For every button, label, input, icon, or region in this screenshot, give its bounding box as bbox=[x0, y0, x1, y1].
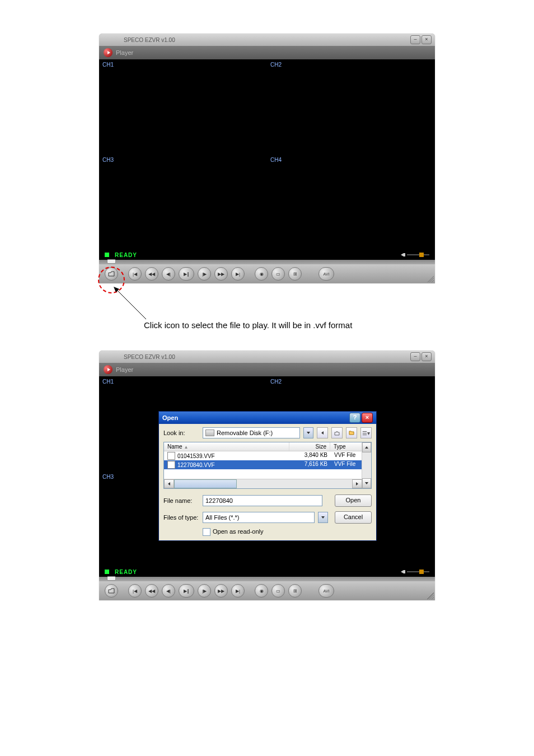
channel-4[interactable]: CH4 bbox=[267, 155, 435, 250]
horizontal-scrollbar[interactable] bbox=[164, 479, 362, 488]
scroll-up-icon[interactable] bbox=[362, 442, 371, 452]
forward-end-button[interactable]: ▶| bbox=[231, 267, 245, 281]
view-menu-icon[interactable]: ☰▾ bbox=[360, 427, 372, 438]
single-view-button[interactable]: ▭ bbox=[271, 267, 285, 281]
scroll-down-icon[interactable] bbox=[362, 478, 371, 488]
file-name-input[interactable]: 12270840 bbox=[203, 495, 322, 506]
file-name-label: File name: bbox=[163, 497, 199, 504]
volume-control[interactable] bbox=[401, 253, 429, 256]
arrow-icon bbox=[113, 286, 157, 325]
look-in-value: Removable Disk (F:) bbox=[217, 430, 273, 436]
minimize-button[interactable]: – bbox=[410, 35, 420, 44]
channel-2[interactable]: CH2 bbox=[267, 59, 435, 155]
files-of-type-label: Files of type: bbox=[163, 514, 199, 521]
volume-slider[interactable] bbox=[407, 254, 429, 255]
drive-icon bbox=[205, 430, 214, 436]
nav-back-icon[interactable] bbox=[317, 427, 328, 438]
step-forward-button[interactable]: |▶ bbox=[198, 267, 211, 281]
volume-slider[interactable] bbox=[407, 571, 429, 572]
file-list[interactable]: Name ▲ Size Type 01041539.VVF 3,840 KB V… bbox=[163, 442, 372, 489]
video-grid: CH1 CH2 CH3 CH4 bbox=[99, 59, 435, 250]
control-bar: |◀ ◀◀ ◀| ▶‖ |▶ ▶▶ ▶| ◉ ▭ ⊞ AVI bbox=[99, 581, 435, 600]
progress-thumb[interactable] bbox=[107, 576, 116, 581]
open-file-button[interactable] bbox=[105, 584, 118, 598]
snapshot-button[interactable]: ◉ bbox=[255, 584, 268, 598]
file-icon bbox=[167, 452, 175, 460]
fast-forward-button[interactable]: ▶▶ bbox=[214, 267, 228, 281]
rewind-start-button[interactable]: |◀ bbox=[128, 584, 142, 598]
titlebar: SPECO EZVR v1.00 – × bbox=[99, 351, 435, 363]
dialog-title: Open bbox=[162, 414, 178, 421]
status-text: READY bbox=[115, 569, 137, 575]
control-bar: |◀ ◀◀ ◀| ▶‖ |▶ ▶▶ ▶| ◉ ▭ ⊞ AVI bbox=[99, 264, 435, 283]
snapshot-button[interactable]: ◉ bbox=[255, 267, 268, 281]
close-button[interactable]: × bbox=[421, 35, 432, 44]
progress-thumb[interactable] bbox=[107, 259, 116, 264]
cancel-button[interactable]: Cancel bbox=[335, 511, 372, 524]
look-in-dropdown[interactable]: Removable Disk (F:) bbox=[203, 427, 300, 438]
window-title: SPECO EZVR v1.00 bbox=[124, 37, 175, 43]
vertical-scrollbar[interactable] bbox=[362, 442, 371, 488]
look-in-dropdown-arrow[interactable] bbox=[303, 427, 313, 438]
file-list-header: Name ▲ Size Type bbox=[164, 442, 371, 451]
status-light-icon bbox=[105, 253, 109, 257]
step-back-button[interactable]: ◀| bbox=[162, 584, 175, 598]
col-name[interactable]: Name ▲ bbox=[164, 442, 289, 451]
step-back-button[interactable]: ◀| bbox=[162, 267, 175, 281]
read-only-checkbox[interactable]: Open as read-only bbox=[203, 528, 264, 536]
player-window-2: SPECO EZVR v1.00 – × Player CH1 CH2 CH3 … bbox=[99, 351, 435, 600]
single-view-button[interactable]: ▭ bbox=[271, 584, 285, 598]
dialog-titlebar: Open ? × bbox=[159, 412, 376, 424]
avi-export-button[interactable]: AVI bbox=[318, 584, 334, 598]
status-text: READY bbox=[115, 252, 137, 258]
minimize-button[interactable]: – bbox=[410, 352, 420, 361]
progress-bar[interactable] bbox=[99, 260, 435, 264]
player-header: Player bbox=[99, 46, 435, 59]
look-in-label: Look in: bbox=[163, 430, 199, 436]
file-row-selected[interactable]: 12270840.VVF 7,616 KB VVF File bbox=[164, 460, 371, 469]
player-label: Player bbox=[116, 49, 133, 56]
close-button[interactable]: × bbox=[421, 352, 432, 361]
step-forward-button[interactable]: |▶ bbox=[198, 584, 211, 598]
volume-control[interactable] bbox=[401, 570, 429, 573]
files-of-type-dropdown[interactable]: All Files (*.*) bbox=[203, 512, 315, 523]
resize-grip-icon[interactable] bbox=[427, 592, 434, 599]
scroll-left-icon[interactable] bbox=[164, 479, 174, 488]
quad-view-button[interactable]: ⊞ bbox=[288, 267, 302, 281]
file-row[interactable]: 01041539.VVF 3,840 KB VVF File bbox=[164, 451, 371, 460]
video-grid: CH1 CH2 CH3 CH4 Open ? × Look in: Remo bbox=[99, 376, 435, 567]
channel-3[interactable]: CH3 bbox=[99, 155, 267, 250]
player-logo-icon bbox=[104, 365, 113, 374]
checkbox-icon bbox=[203, 528, 210, 536]
fast-forward-button[interactable]: ▶▶ bbox=[214, 584, 228, 598]
rewind-button[interactable]: ◀◀ bbox=[145, 584, 158, 598]
quad-view-button[interactable]: ⊞ bbox=[288, 584, 302, 598]
annotation: Click icon to select the file to play. I… bbox=[99, 283, 435, 334]
files-of-type-arrow[interactable] bbox=[318, 512, 328, 523]
player-label: Player bbox=[116, 366, 133, 373]
nav-up-icon[interactable] bbox=[331, 427, 343, 438]
window-title: SPECO EZVR v1.00 bbox=[124, 354, 175, 360]
scroll-right-icon[interactable] bbox=[352, 479, 362, 488]
titlebar: SPECO EZVR v1.00 – × bbox=[99, 34, 435, 46]
player-window-1: SPECO EZVR v1.00 – × Player CH1 CH2 CH3 … bbox=[99, 34, 435, 283]
rewind-button[interactable]: ◀◀ bbox=[145, 267, 158, 281]
forward-end-button[interactable]: ▶| bbox=[231, 584, 245, 598]
channel-1[interactable]: CH1 bbox=[99, 59, 267, 155]
status-bar: READY bbox=[99, 567, 435, 577]
avi-export-button[interactable]: AVI bbox=[318, 267, 334, 281]
dialog-close-button[interactable]: × bbox=[362, 413, 373, 423]
scroll-thumb[interactable] bbox=[174, 479, 237, 488]
player-header: Player bbox=[99, 363, 435, 376]
resize-grip-icon[interactable] bbox=[427, 276, 434, 282]
col-size[interactable]: Size bbox=[289, 442, 330, 451]
progress-bar[interactable] bbox=[99, 577, 435, 581]
play-pause-button[interactable]: ▶‖ bbox=[179, 584, 194, 598]
open-file-dialog: Open ? × Look in: Removable Disk (F:) bbox=[158, 411, 377, 541]
player-logo-icon bbox=[104, 48, 113, 57]
rewind-start-button[interactable]: |◀ bbox=[128, 267, 142, 281]
play-pause-button[interactable]: ▶‖ bbox=[179, 267, 194, 281]
new-folder-icon[interactable] bbox=[346, 427, 357, 438]
dialog-help-button[interactable]: ? bbox=[349, 413, 360, 423]
open-button[interactable]: Open bbox=[335, 494, 372, 507]
